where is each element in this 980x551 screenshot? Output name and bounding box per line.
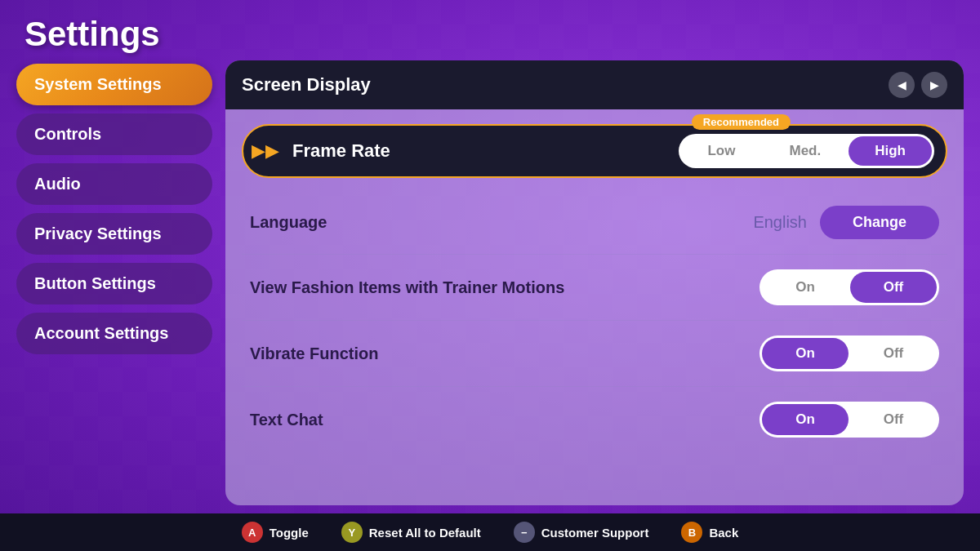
- language-row: Language English Change: [242, 191, 947, 255]
- minus-button-icon: −: [514, 522, 535, 543]
- sidebar-item-controls[interactable]: Controls: [16, 113, 212, 155]
- frame-rate-med[interactable]: Med.: [763, 136, 847, 166]
- reset-label: Reset All to Default: [369, 526, 481, 540]
- fashion-items-on[interactable]: On: [762, 272, 849, 303]
- panel-header: Screen Display ◀ ▶: [225, 60, 964, 109]
- text-chat-label: Text Chat: [250, 411, 760, 429]
- vibrate-off[interactable]: Off: [850, 338, 937, 369]
- sidebar: System Settings Controls Audio Privacy S…: [16, 60, 212, 505]
- support-label: Customer Support: [541, 526, 649, 540]
- bottom-action-reset: Y Reset All to Default: [341, 522, 481, 543]
- recommended-badge: Recommended: [692, 114, 791, 130]
- sidebar-item-privacy-settings[interactable]: Privacy Settings: [16, 213, 212, 255]
- text-chat-toggle-group: On Off: [760, 402, 939, 438]
- fashion-items-row: View Fashion Items with Trainer Motions …: [242, 255, 947, 321]
- frame-rate-row: Recommended ▶▶ Frame Rate Low Med. High: [242, 124, 947, 178]
- back-label: Back: [709, 526, 738, 540]
- header-icon-1[interactable]: ◀: [889, 72, 915, 98]
- b-button-icon: B: [681, 522, 702, 543]
- content-panel: Screen Display ◀ ▶ Recommended ▶▶ Frame …: [225, 60, 964, 505]
- page-title: Settings: [0, 0, 980, 60]
- fashion-items-label: View Fashion Items with Trainer Motions: [250, 278, 760, 297]
- sidebar-item-account-settings[interactable]: Account Settings: [16, 313, 212, 354]
- vibrate-on[interactable]: On: [762, 338, 849, 369]
- sidebar-item-button-settings[interactable]: Button Settings: [16, 263, 212, 304]
- arrow-icon: ▶▶: [252, 140, 279, 162]
- bottom-bar: A Toggle Y Reset All to Default − Custom…: [0, 513, 980, 551]
- text-chat-on[interactable]: On: [762, 404, 849, 435]
- fashion-items-toggle-group: On Off: [760, 269, 939, 305]
- settings-content: Recommended ▶▶ Frame Rate Low Med. High …: [225, 109, 964, 469]
- panel-header-icons: ◀ ▶: [889, 72, 947, 98]
- a-button-icon: A: [242, 522, 263, 543]
- panel-header-title: Screen Display: [242, 74, 371, 96]
- text-chat-off[interactable]: Off: [850, 404, 937, 435]
- y-button-icon: Y: [341, 522, 363, 543]
- bottom-action-back: B Back: [681, 522, 738, 543]
- frame-rate-label: Frame Rate: [287, 140, 679, 162]
- language-value: English: [753, 213, 807, 232]
- language-change-button[interactable]: Change: [820, 206, 939, 239]
- vibrate-toggle-group: On Off: [760, 335, 939, 371]
- vibrate-row: Vibrate Function On Off: [242, 321, 947, 387]
- language-label: Language: [250, 213, 753, 232]
- bottom-action-toggle: A Toggle: [242, 522, 309, 543]
- bottom-action-support: − Customer Support: [514, 522, 649, 543]
- frame-rate-toggle-group: Low Med. High: [679, 134, 934, 168]
- sidebar-item-audio[interactable]: Audio: [16, 163, 212, 205]
- fashion-items-off[interactable]: Off: [850, 272, 937, 303]
- frame-rate-high[interactable]: High: [849, 136, 932, 166]
- toggle-label: Toggle: [270, 526, 309, 540]
- sidebar-item-system-settings[interactable]: System Settings: [16, 64, 212, 105]
- header-icon-2[interactable]: ▶: [921, 72, 947, 98]
- frame-rate-low[interactable]: Low: [681, 136, 761, 166]
- vibrate-label: Vibrate Function: [250, 344, 760, 363]
- text-chat-row: Text Chat On Off: [242, 387, 947, 452]
